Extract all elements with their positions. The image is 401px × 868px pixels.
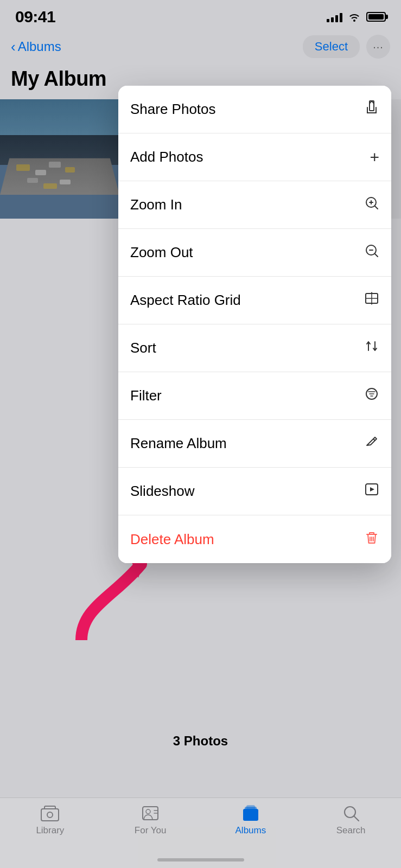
plus-icon: + xyxy=(370,148,379,167)
share-icon xyxy=(364,100,379,119)
play-icon xyxy=(364,482,379,501)
menu-item-zoom-in[interactable]: Zoom In xyxy=(118,181,391,229)
svg-line-11 xyxy=(375,206,378,209)
filter-icon xyxy=(364,386,379,405)
slideshow-label: Slideshow xyxy=(130,483,195,500)
context-menu: Share Photos Add Photos + Zoom In Zoom O… xyxy=(118,86,391,563)
sort-label: Sort xyxy=(130,340,156,356)
add-photos-label: Add Photos xyxy=(130,149,203,165)
zoom-in-label: Zoom In xyxy=(130,196,182,213)
zoom-out-icon xyxy=(364,243,379,262)
pencil-icon xyxy=(365,435,379,452)
menu-item-aspect-ratio-grid[interactable]: Aspect Ratio Grid xyxy=(118,277,391,324)
menu-item-zoom-out[interactable]: Zoom Out xyxy=(118,229,391,277)
delete-album-label: Delete Album xyxy=(130,531,214,548)
menu-item-share-photos[interactable]: Share Photos xyxy=(118,86,391,133)
menu-item-add-photos[interactable]: Add Photos + xyxy=(118,133,391,181)
home-indicator xyxy=(157,858,244,861)
menu-item-slideshow[interactable]: Slideshow xyxy=(118,468,391,515)
menu-item-delete-album[interactable]: Delete Album xyxy=(118,515,391,563)
zoom-out-label: Zoom Out xyxy=(130,244,193,261)
svg-line-14 xyxy=(375,254,378,257)
aspect-ratio-grid-label: Aspect Ratio Grid xyxy=(130,292,241,309)
zoom-in-icon xyxy=(364,195,379,214)
sort-icon xyxy=(364,339,379,358)
filter-label: Filter xyxy=(130,387,162,404)
menu-item-filter[interactable]: Filter xyxy=(118,372,391,420)
menu-item-sort[interactable]: Sort xyxy=(118,324,391,372)
menu-item-rename-album[interactable]: Rename Album xyxy=(118,420,391,468)
share-photos-label: Share Photos xyxy=(130,101,216,118)
svg-line-22 xyxy=(373,439,375,441)
rename-album-label: Rename Album xyxy=(130,435,227,452)
aspect-ratio-grid-icon xyxy=(364,291,379,310)
trash-icon xyxy=(364,530,379,549)
